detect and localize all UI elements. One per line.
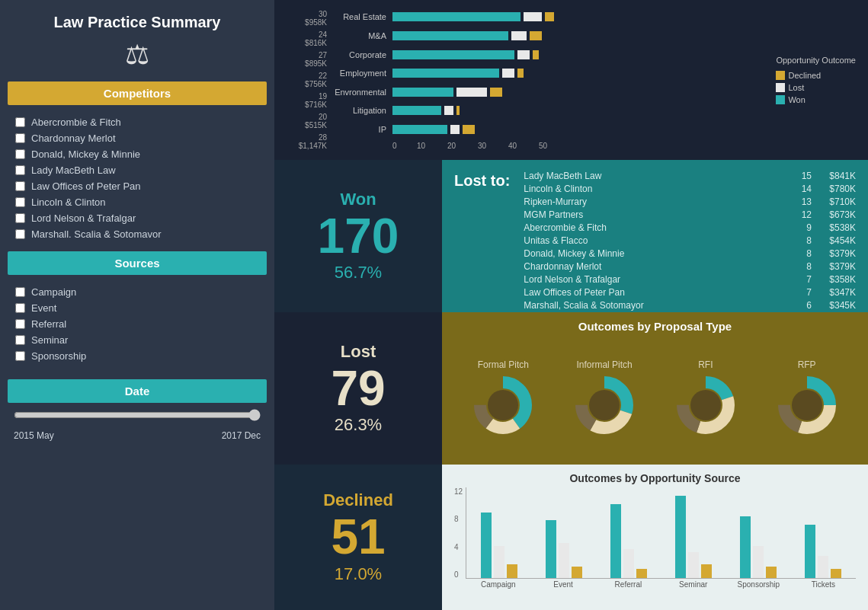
bar-val-4: $716K xyxy=(305,101,327,109)
page-title: Law Practice Summary xyxy=(0,0,274,36)
date-header: Date xyxy=(8,379,267,403)
competitor-checkbox-1[interactable] xyxy=(15,133,25,143)
lost-to-row-2: Ripken-Murrary13$710K xyxy=(524,195,856,208)
bar-row-1: M&A xyxy=(328,29,768,43)
declined-label: Declined xyxy=(323,490,393,510)
competitor-checkbox-5[interactable] xyxy=(15,197,25,207)
source-item-4: Sponsorship xyxy=(15,348,259,364)
bar-count-4: 19 xyxy=(319,92,327,101)
proposal-panel: Outcomes by Proposal Type Formal Pitch I… xyxy=(442,312,868,465)
lost-to-row-3: MGM Partners12$673K xyxy=(524,208,856,221)
src-bar-2-2 xyxy=(636,569,647,578)
source-checkbox-4[interactable] xyxy=(15,351,25,361)
source-item-1: Event xyxy=(15,300,259,316)
bar-declined-6 xyxy=(463,125,475,134)
svg-point-3 xyxy=(488,390,518,420)
sources-list: CampaignEventReferralSeminarSponsorship xyxy=(0,278,274,370)
bar-val-3: $756K xyxy=(305,80,327,88)
bar-val-1: $816K xyxy=(305,39,327,47)
bar-lost-1 xyxy=(511,31,527,40)
legend-won: Won xyxy=(776,95,856,104)
bar-row-3: Employment xyxy=(328,66,768,80)
competitor-checkbox-7[interactable] xyxy=(15,229,25,239)
src-bar-4-0 xyxy=(740,516,751,578)
src-bar-5-2 xyxy=(831,569,841,578)
lost-to-row-8: Lord Nelson & Trafalgar7$358K xyxy=(524,273,856,286)
source-checkbox-3[interactable] xyxy=(15,335,25,345)
sidebar: Law Practice Summary ⚖ Competitors Aberc… xyxy=(0,0,274,610)
bar-count-2: 27 xyxy=(319,51,327,59)
competitor-checkbox-6[interactable] xyxy=(15,213,25,223)
lost-percent: 26.3% xyxy=(335,415,382,435)
src-group-3 xyxy=(675,496,712,578)
lost-to-row-6: Donald, Mickey & Minnie8$379K xyxy=(524,247,856,260)
competitor-item-6: Lord Nelson & Trafalgar xyxy=(15,210,259,226)
src-bar-1-1 xyxy=(559,543,569,578)
competitor-item-2: Donald, Mickey & Minnie xyxy=(15,146,259,162)
lost-to-row-0: Lady MacBeth Law15$841K xyxy=(524,169,856,182)
bar-won-2 xyxy=(392,50,514,59)
bar-row-6: IP xyxy=(328,123,768,136)
bar-won-4 xyxy=(392,88,453,97)
won-panel: Won 170 56.7% xyxy=(274,160,442,312)
won-number: 170 xyxy=(318,209,399,263)
bar-lost-0 xyxy=(524,12,542,21)
lost-panel: Lost 79 26.3% xyxy=(274,312,442,465)
competitor-checkbox-0[interactable] xyxy=(15,117,25,127)
svg-point-11 xyxy=(690,390,721,420)
lost-to-panel: Lost to: Lady MacBeth Law15$841KLincoln … xyxy=(442,160,868,312)
src-group-4 xyxy=(740,516,777,578)
date-range-slider[interactable] xyxy=(14,409,261,421)
legend-declined-box xyxy=(776,71,785,80)
source-checkbox-1[interactable] xyxy=(15,303,25,313)
donut-item-0: Formal Pitch xyxy=(472,359,533,436)
src-bar-3-1 xyxy=(688,552,699,578)
competitor-checkbox-2[interactable] xyxy=(15,149,25,159)
bar-won-6 xyxy=(392,125,447,134)
lost-to-row-7: Chardonnay Merlot8$379K xyxy=(524,260,856,273)
bar-count-3: 22 xyxy=(319,72,327,80)
competitor-checkbox-3[interactable] xyxy=(15,165,25,175)
declined-panel: Declined 51 17.0% xyxy=(274,465,442,610)
donut-item-2: RFI xyxy=(675,359,736,436)
sources-header: Sources xyxy=(8,251,267,275)
source-title: Outcomes by Opportunity Source xyxy=(454,472,856,484)
bar-count-0: 30 xyxy=(319,10,327,18)
source-checkbox-2[interactable] xyxy=(15,319,25,329)
declined-number: 51 xyxy=(331,510,385,564)
competitor-item-1: Chardonnay Merlot xyxy=(15,130,259,146)
bar-lost-2 xyxy=(517,50,530,59)
src-bar-2-0 xyxy=(610,504,621,578)
legend-declined-label: Declined xyxy=(788,71,821,80)
src-x-labels: CampaignEventReferralSeminarSponsorshipT… xyxy=(466,579,856,589)
bar-count-6: 28 xyxy=(319,133,327,142)
competitors-list: Abercrombie & FitchChardonnay MerlotDona… xyxy=(0,108,274,248)
bar-declined-4 xyxy=(490,88,502,97)
legend-lost-box xyxy=(776,83,785,92)
won-label: Won xyxy=(340,190,376,209)
src-bar-1-0 xyxy=(546,520,556,578)
bar-won-0 xyxy=(392,12,520,21)
source-checkbox-0[interactable] xyxy=(15,287,25,297)
bar-won-1 xyxy=(392,31,508,40)
src-group-5 xyxy=(805,525,841,578)
lost-to-table: Lady MacBeth Law15$841KLincoln & Clinton… xyxy=(524,169,856,311)
bar-declined-3 xyxy=(517,69,524,78)
bar-row-2: Corporate xyxy=(328,48,768,62)
bar-count-1: 24 xyxy=(319,30,327,39)
scales-icon: ⚖ xyxy=(0,36,274,78)
competitor-item-3: Lady MacBeth Law xyxy=(15,162,259,178)
lost-to-title: Lost to: xyxy=(454,172,510,190)
lost-label: Lost xyxy=(341,342,376,362)
source-panel: Outcomes by Opportunity Source 12 8 4 0 … xyxy=(442,465,868,610)
src-bar-2-1 xyxy=(623,549,634,578)
source-item-2: Referral xyxy=(15,316,259,332)
competitor-item-4: Law Offices of Peter Pan xyxy=(15,178,259,194)
competitor-checkbox-4[interactable] xyxy=(15,181,25,191)
date-slider-container xyxy=(0,406,274,427)
src-bar-5-0 xyxy=(805,525,815,578)
src-bars-wrapper xyxy=(466,487,856,579)
bar-left-labels: 30 $958K 24 $816K 27 $895K 22 $756K 19 xyxy=(287,8,328,152)
chart-legend: Opportunity Outcome Declined Lost Won xyxy=(768,8,856,152)
bar-val-5: $515K xyxy=(305,121,327,129)
